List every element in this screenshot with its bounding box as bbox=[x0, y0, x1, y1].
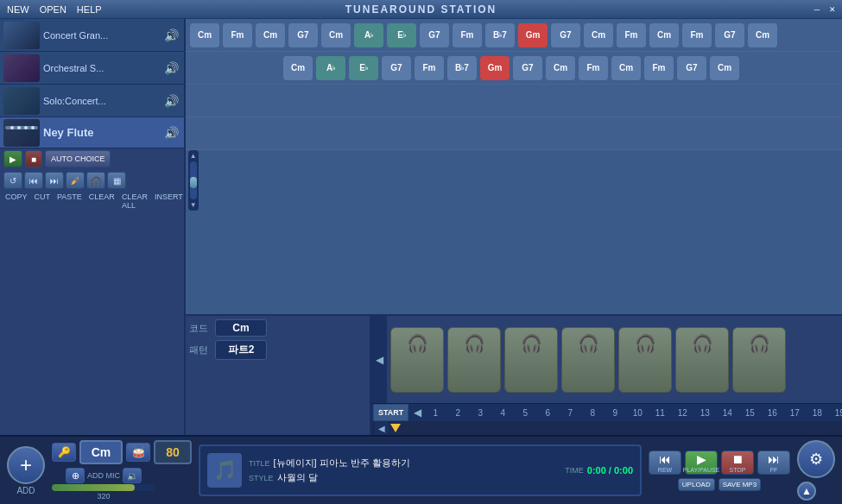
chord-cell[interactable]: Cm bbox=[546, 56, 575, 80]
playback-prev-button[interactable]: ◀ bbox=[375, 421, 389, 435]
ney-auto-choice-button[interactable]: AUTO CHOICE bbox=[45, 150, 111, 167]
start-button[interactable]: START bbox=[373, 404, 408, 421]
right-content-area: Cm Fm Cm G7 Cm A♭ E♭ G7 Fm B♭7 Gm G7 Cm … bbox=[186, 19, 842, 435]
chord-cell[interactable]: Fm bbox=[644, 56, 674, 80]
clear-label[interactable]: CLEAR bbox=[87, 192, 117, 211]
headphones-icon-6: 🎧 bbox=[692, 333, 713, 354]
instrument-row-solo[interactable]: Solo:Concert... 🔊 bbox=[0, 85, 184, 117]
chord-cell[interactable]: Fm bbox=[617, 23, 646, 47]
chord-cell[interactable]: Fm bbox=[682, 23, 712, 47]
volume-slider[interactable] bbox=[52, 484, 155, 491]
tempo-display[interactable]: 80 bbox=[154, 440, 192, 464]
ff-button[interactable]: ⏭FF bbox=[757, 450, 790, 475]
chord-cell[interactable]: Cm bbox=[611, 56, 641, 80]
instrument-row-concert[interactable]: Concert Gran... 🔊 bbox=[0, 19, 184, 52]
app-title: TUNEAROUND STATION bbox=[345, 3, 497, 16]
bottom-row1: 🔑 Cm 🥁 80 bbox=[52, 440, 192, 464]
chord-cell[interactable]: A♭ bbox=[316, 56, 345, 80]
clear-all-label[interactable]: CLEAR ALL bbox=[120, 192, 149, 211]
volume-down-icon[interactable]: 🔉 bbox=[123, 468, 142, 483]
chord-cell[interactable]: Fm bbox=[223, 23, 252, 47]
chord-cell[interactable]: Cm bbox=[584, 23, 613, 47]
measure-1: 1 bbox=[424, 408, 446, 418]
chord-cell[interactable]: Gm bbox=[480, 56, 510, 80]
loop-button[interactable]: ↺ bbox=[3, 172, 22, 189]
pattern-cell-2[interactable]: 🎧 bbox=[447, 327, 501, 393]
chord-cell[interactable]: Fm bbox=[579, 56, 608, 80]
ney-play-button[interactable]: ▶ bbox=[3, 150, 22, 167]
volume-icon-orchestral: 🔊 bbox=[163, 60, 179, 76]
chord-value[interactable]: Cm bbox=[215, 319, 267, 337]
chord-cell[interactable]: E♭ bbox=[387, 23, 416, 47]
chord-cell[interactable]: G7 bbox=[513, 56, 542, 80]
chord-cell[interactable]: Cm bbox=[321, 23, 351, 47]
chord-cell[interactable]: G7 bbox=[382, 56, 411, 80]
close-button[interactable]: ✕ bbox=[826, 3, 839, 16]
chord-cell[interactable]: Cm bbox=[748, 23, 777, 47]
paint-button[interactable]: 🖌 bbox=[66, 172, 85, 189]
instrument-row-ney[interactable]: Ney Flute 🔊 bbox=[0, 117, 184, 148]
key-display[interactable]: Cm bbox=[79, 440, 123, 464]
ney-stop-button[interactable]: ■ bbox=[25, 150, 42, 167]
step-button[interactable]: ⏭ bbox=[45, 172, 64, 189]
chord-cell[interactable]: Gm bbox=[518, 23, 548, 47]
add-circle-icon[interactable]: ⊕ bbox=[66, 468, 85, 483]
paste-label[interactable]: PASTE bbox=[55, 192, 84, 211]
copy-label[interactable]: COPY bbox=[3, 192, 29, 211]
chord-field: 코드 Cm bbox=[189, 319, 366, 337]
chord-cell[interactable]: Cm bbox=[710, 56, 739, 80]
menu-help[interactable]: HELP bbox=[77, 4, 102, 15]
timeline-prev-button[interactable]: ◀ bbox=[410, 404, 424, 421]
instrument-thumb-orchestral bbox=[3, 54, 40, 82]
pattern-cell-7[interactable]: 🎧 bbox=[732, 327, 786, 393]
settings-circle-button[interactable]: ⚙ bbox=[797, 440, 835, 478]
up-circle-button[interactable]: ▲ bbox=[797, 482, 816, 501]
insert-label[interactable]: INSERT bbox=[153, 192, 185, 211]
volume-icon-solo: 🔊 bbox=[163, 93, 179, 109]
cut-label[interactable]: CUT bbox=[33, 192, 53, 211]
play-pause-button[interactable]: ▶PLAY/PAUSE bbox=[685, 450, 718, 475]
stop-button[interactable]: ⏹STOP bbox=[721, 450, 754, 475]
chord-row-1: Cm Fm Cm G7 Cm A♭ E♭ G7 Fm B♭7 Gm G7 Cm … bbox=[186, 19, 842, 52]
minimize-button[interactable]: ─ bbox=[811, 3, 823, 16]
chord-cell[interactable]: Cm bbox=[256, 23, 285, 47]
chord-cell[interactable]: G7 bbox=[420, 23, 449, 47]
chord-cell[interactable]: G7 bbox=[288, 23, 318, 47]
pattern-cell-5[interactable]: 🎧 bbox=[618, 327, 672, 393]
save-mp3-button[interactable]: SAVE MP3 bbox=[719, 478, 761, 491]
key-icon-button[interactable]: 🔑 bbox=[52, 443, 76, 462]
chord-cell[interactable]: Fm bbox=[415, 56, 444, 80]
upload-button[interactable]: UPLOAD bbox=[678, 478, 715, 491]
chord-cell[interactable]: G7 bbox=[677, 56, 706, 80]
instrument-row-orchestral[interactable]: Orchestral S... 🔊 bbox=[0, 52, 184, 85]
chord-cell[interactable]: G7 bbox=[715, 23, 744, 47]
chord-cell[interactable]: E♭ bbox=[349, 56, 378, 80]
pattern-cell-1[interactable]: 🎧 bbox=[390, 327, 444, 393]
volume-max-label: 320 bbox=[97, 492, 110, 501]
chord-cell[interactable]: B♭7 bbox=[485, 23, 515, 47]
chord-cell[interactable]: Cm bbox=[190, 23, 219, 47]
headphone-button[interactable]: 🎧 bbox=[86, 172, 105, 189]
pattern-value[interactable]: 파트2 bbox=[215, 340, 267, 360]
measure-6: 6 bbox=[536, 408, 559, 418]
rew-button[interactable]: ⏮REW bbox=[649, 450, 681, 475]
add-button[interactable]: + bbox=[7, 446, 45, 484]
chord-cell[interactable]: G7 bbox=[551, 23, 580, 47]
instrument-name-concert: Concert Gran... bbox=[43, 30, 163, 41]
rewind-button[interactable]: ⏮ bbox=[24, 172, 43, 189]
pattern-cell-6[interactable]: 🎧 bbox=[675, 327, 729, 393]
chord-cell[interactable]: A♭ bbox=[354, 23, 383, 47]
pattern-cell-3[interactable]: 🎧 bbox=[504, 327, 558, 393]
chord-cell[interactable]: Cm bbox=[283, 56, 313, 80]
chord-cell[interactable]: B♭7 bbox=[447, 56, 477, 80]
time-section: TIME 0:00 / 0:00 bbox=[565, 465, 633, 476]
menu-new[interactable]: NEW bbox=[7, 4, 29, 15]
instrument-name-orchestral: Orchestral S... bbox=[43, 63, 163, 73]
menu-open[interactable]: OPEN bbox=[40, 4, 66, 15]
chord-cell[interactable]: Cm bbox=[649, 23, 679, 47]
drum-button[interactable]: 🥁 bbox=[126, 443, 150, 462]
pattern-cell-4[interactable]: 🎧 bbox=[561, 327, 615, 393]
pattern-prev-button[interactable]: ◀ bbox=[371, 316, 387, 403]
grid-button[interactable]: ▦ bbox=[107, 172, 126, 189]
chord-cell[interactable]: Fm bbox=[453, 23, 482, 47]
